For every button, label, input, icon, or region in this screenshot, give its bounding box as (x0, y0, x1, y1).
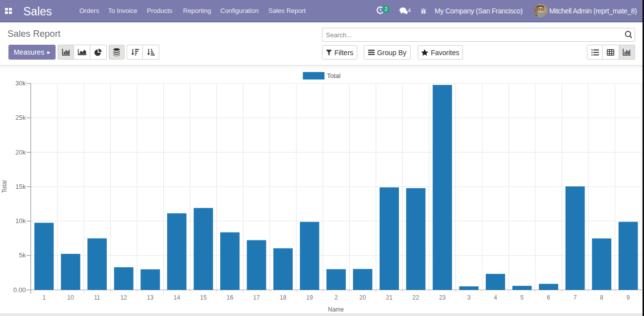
svg-text:5: 5 (520, 294, 524, 301)
svg-text:23: 23 (439, 294, 446, 301)
svg-text:5k: 5k (19, 251, 26, 259)
svg-text:6: 6 (547, 294, 550, 301)
svg-text:30k: 30k (15, 79, 26, 87)
svg-text:3: 3 (467, 294, 471, 301)
svg-text:4: 4 (494, 294, 497, 301)
svg-text:20: 20 (359, 294, 366, 301)
svg-text:11: 11 (94, 294, 101, 301)
svg-text:15k: 15k (15, 183, 26, 190)
svg-text:22: 22 (412, 294, 419, 301)
svg-text:1: 1 (42, 294, 46, 301)
svg-text:9: 9 (627, 294, 630, 301)
svg-text:0.00: 0.00 (13, 286, 26, 294)
svg-text:15: 15 (200, 294, 207, 301)
svg-text:12: 12 (121, 294, 128, 301)
svg-text:19: 19 (306, 294, 313, 301)
svg-text:Total: Total (1, 180, 8, 193)
svg-text:18: 18 (280, 294, 287, 301)
svg-text:Total: Total (327, 72, 341, 79)
svg-text:14: 14 (174, 294, 181, 301)
svg-text:21: 21 (386, 294, 393, 301)
svg-text:25k: 25k (15, 114, 26, 121)
svg-text:17: 17 (253, 294, 260, 301)
svg-text:16: 16 (227, 294, 234, 301)
svg-text:8: 8 (600, 294, 603, 301)
svg-text:20k: 20k (15, 149, 26, 156)
svg-text:10k: 10k (15, 217, 26, 225)
svg-text:2: 2 (334, 294, 338, 301)
svg-text:Name: Name (328, 306, 344, 313)
svg-text:10: 10 (67, 294, 74, 301)
svg-text:7: 7 (574, 294, 577, 301)
svg-text:13: 13 (147, 294, 154, 301)
